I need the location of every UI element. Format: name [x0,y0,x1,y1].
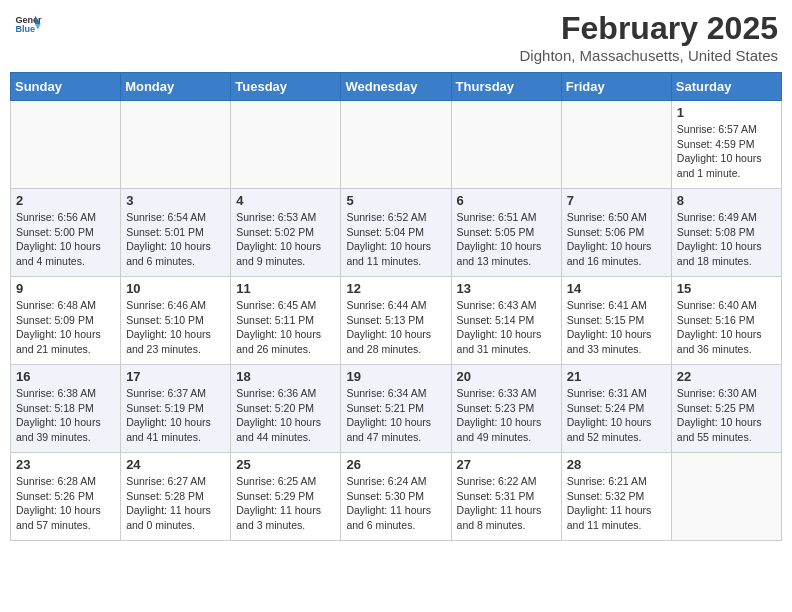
day-info: Sunrise: 6:46 AMSunset: 5:10 PMDaylight:… [126,298,225,357]
calendar-cell: 19Sunrise: 6:34 AMSunset: 5:21 PMDayligh… [341,365,451,453]
title-block: February 2025 Dighton, Massachusetts, Un… [520,10,778,64]
day-number: 11 [236,281,335,296]
day-info: Sunrise: 6:34 AMSunset: 5:21 PMDaylight:… [346,386,445,445]
logo: General Blue [14,10,42,38]
logo-icon: General Blue [14,10,42,38]
weekday-header-sunday: Sunday [11,73,121,101]
day-info: Sunrise: 6:50 AMSunset: 5:06 PMDaylight:… [567,210,666,269]
weekday-header-wednesday: Wednesday [341,73,451,101]
day-number: 28 [567,457,666,472]
calendar-cell: 5Sunrise: 6:52 AMSunset: 5:04 PMDaylight… [341,189,451,277]
weekday-header-tuesday: Tuesday [231,73,341,101]
calendar-cell: 22Sunrise: 6:30 AMSunset: 5:25 PMDayligh… [671,365,781,453]
day-number: 21 [567,369,666,384]
day-info: Sunrise: 6:52 AMSunset: 5:04 PMDaylight:… [346,210,445,269]
calendar-cell: 24Sunrise: 6:27 AMSunset: 5:28 PMDayligh… [121,453,231,541]
day-info: Sunrise: 6:27 AMSunset: 5:28 PMDaylight:… [126,474,225,533]
calendar-cell: 20Sunrise: 6:33 AMSunset: 5:23 PMDayligh… [451,365,561,453]
weekday-header-thursday: Thursday [451,73,561,101]
day-number: 8 [677,193,776,208]
day-info: Sunrise: 6:57 AMSunset: 4:59 PMDaylight:… [677,122,776,181]
day-number: 7 [567,193,666,208]
day-info: Sunrise: 6:33 AMSunset: 5:23 PMDaylight:… [457,386,556,445]
calendar-cell: 7Sunrise: 6:50 AMSunset: 5:06 PMDaylight… [561,189,671,277]
weekday-header-monday: Monday [121,73,231,101]
day-info: Sunrise: 6:40 AMSunset: 5:16 PMDaylight:… [677,298,776,357]
calendar-cell: 16Sunrise: 6:38 AMSunset: 5:18 PMDayligh… [11,365,121,453]
day-info: Sunrise: 6:53 AMSunset: 5:02 PMDaylight:… [236,210,335,269]
calendar-week-row: 2Sunrise: 6:56 AMSunset: 5:00 PMDaylight… [11,189,782,277]
day-info: Sunrise: 6:25 AMSunset: 5:29 PMDaylight:… [236,474,335,533]
calendar-cell: 2Sunrise: 6:56 AMSunset: 5:00 PMDaylight… [11,189,121,277]
calendar-cell: 12Sunrise: 6:44 AMSunset: 5:13 PMDayligh… [341,277,451,365]
calendar-cell: 15Sunrise: 6:40 AMSunset: 5:16 PMDayligh… [671,277,781,365]
calendar-week-row: 23Sunrise: 6:28 AMSunset: 5:26 PMDayligh… [11,453,782,541]
day-number: 5 [346,193,445,208]
day-info: Sunrise: 6:45 AMSunset: 5:11 PMDaylight:… [236,298,335,357]
day-number: 6 [457,193,556,208]
day-info: Sunrise: 6:49 AMSunset: 5:08 PMDaylight:… [677,210,776,269]
day-info: Sunrise: 6:30 AMSunset: 5:25 PMDaylight:… [677,386,776,445]
calendar-cell: 11Sunrise: 6:45 AMSunset: 5:11 PMDayligh… [231,277,341,365]
weekday-header-saturday: Saturday [671,73,781,101]
day-number: 25 [236,457,335,472]
calendar-cell [671,453,781,541]
calendar-cell [121,101,231,189]
day-info: Sunrise: 6:44 AMSunset: 5:13 PMDaylight:… [346,298,445,357]
weekday-header-row: SundayMondayTuesdayWednesdayThursdayFrid… [11,73,782,101]
day-info: Sunrise: 6:31 AMSunset: 5:24 PMDaylight:… [567,386,666,445]
day-number: 13 [457,281,556,296]
calendar-cell: 17Sunrise: 6:37 AMSunset: 5:19 PMDayligh… [121,365,231,453]
day-number: 1 [677,105,776,120]
day-number: 2 [16,193,115,208]
day-number: 12 [346,281,445,296]
day-info: Sunrise: 6:48 AMSunset: 5:09 PMDaylight:… [16,298,115,357]
calendar-cell: 8Sunrise: 6:49 AMSunset: 5:08 PMDaylight… [671,189,781,277]
location-title: Dighton, Massachusetts, United States [520,47,778,64]
calendar-cell: 13Sunrise: 6:43 AMSunset: 5:14 PMDayligh… [451,277,561,365]
calendar-cell: 6Sunrise: 6:51 AMSunset: 5:05 PMDaylight… [451,189,561,277]
day-number: 22 [677,369,776,384]
calendar-cell: 26Sunrise: 6:24 AMSunset: 5:30 PMDayligh… [341,453,451,541]
page-header: General Blue February 2025 Dighton, Mass… [10,10,782,64]
calendar-cell [561,101,671,189]
day-number: 24 [126,457,225,472]
day-number: 20 [457,369,556,384]
day-number: 15 [677,281,776,296]
svg-marker-3 [35,24,41,30]
calendar-cell [451,101,561,189]
calendar-cell [231,101,341,189]
day-number: 19 [346,369,445,384]
day-number: 26 [346,457,445,472]
weekday-header-friday: Friday [561,73,671,101]
calendar-week-row: 9Sunrise: 6:48 AMSunset: 5:09 PMDaylight… [11,277,782,365]
calendar-cell: 18Sunrise: 6:36 AMSunset: 5:20 PMDayligh… [231,365,341,453]
day-info: Sunrise: 6:41 AMSunset: 5:15 PMDaylight:… [567,298,666,357]
calendar-cell: 27Sunrise: 6:22 AMSunset: 5:31 PMDayligh… [451,453,561,541]
day-info: Sunrise: 6:43 AMSunset: 5:14 PMDaylight:… [457,298,556,357]
day-number: 9 [16,281,115,296]
calendar-cell: 25Sunrise: 6:25 AMSunset: 5:29 PMDayligh… [231,453,341,541]
day-info: Sunrise: 6:24 AMSunset: 5:30 PMDaylight:… [346,474,445,533]
calendar-cell: 23Sunrise: 6:28 AMSunset: 5:26 PMDayligh… [11,453,121,541]
day-info: Sunrise: 6:37 AMSunset: 5:19 PMDaylight:… [126,386,225,445]
calendar-cell: 14Sunrise: 6:41 AMSunset: 5:15 PMDayligh… [561,277,671,365]
calendar-week-row: 1Sunrise: 6:57 AMSunset: 4:59 PMDaylight… [11,101,782,189]
calendar-cell: 4Sunrise: 6:53 AMSunset: 5:02 PMDaylight… [231,189,341,277]
day-info: Sunrise: 6:28 AMSunset: 5:26 PMDaylight:… [16,474,115,533]
day-info: Sunrise: 6:36 AMSunset: 5:20 PMDaylight:… [236,386,335,445]
day-number: 10 [126,281,225,296]
calendar-table: SundayMondayTuesdayWednesdayThursdayFrid… [10,72,782,541]
day-number: 27 [457,457,556,472]
calendar-cell [11,101,121,189]
calendar-cell: 21Sunrise: 6:31 AMSunset: 5:24 PMDayligh… [561,365,671,453]
calendar-cell: 28Sunrise: 6:21 AMSunset: 5:32 PMDayligh… [561,453,671,541]
day-number: 14 [567,281,666,296]
day-number: 23 [16,457,115,472]
day-info: Sunrise: 6:51 AMSunset: 5:05 PMDaylight:… [457,210,556,269]
svg-text:Blue: Blue [15,24,35,34]
day-number: 4 [236,193,335,208]
calendar-cell: 3Sunrise: 6:54 AMSunset: 5:01 PMDaylight… [121,189,231,277]
calendar-cell: 10Sunrise: 6:46 AMSunset: 5:10 PMDayligh… [121,277,231,365]
day-number: 16 [16,369,115,384]
